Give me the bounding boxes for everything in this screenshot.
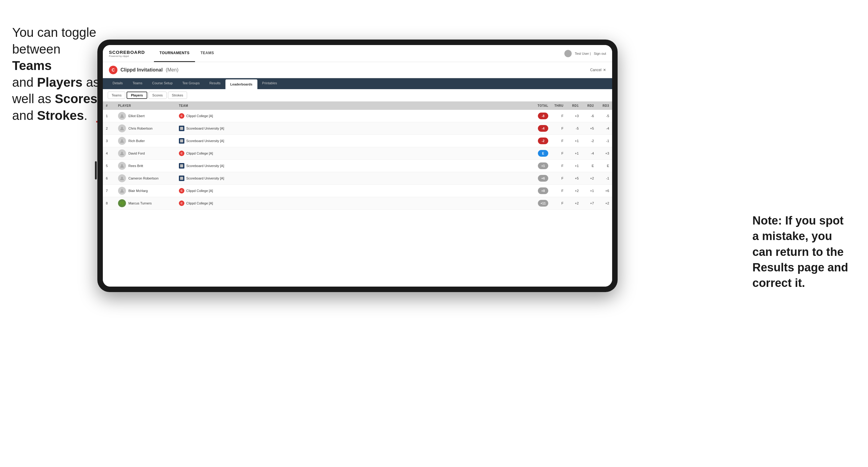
score-badge: E	[538, 150, 548, 157]
cell-rd3: +3	[597, 147, 612, 160]
nav-tournaments[interactable]: TOURNAMENTS	[154, 45, 195, 62]
tab-results[interactable]: Results	[205, 78, 225, 89]
left-annotation: You can toggle between Teams and Players…	[12, 24, 100, 124]
player-avatar	[118, 187, 126, 195]
cell-player: Blair McHarg	[115, 185, 176, 197]
score-badge: +6	[538, 175, 548, 182]
cell-thru: F	[551, 147, 566, 160]
tab-leaderboards[interactable]: Leaderboards	[225, 80, 257, 89]
cell-thru: F	[551, 110, 566, 122]
toggle-teams[interactable]: Teams	[108, 92, 125, 99]
cell-player: Rees Britt	[115, 160, 176, 172]
col-team: TEAM	[176, 102, 530, 110]
team-logo-clippd: C	[179, 151, 184, 156]
player-avatar	[118, 137, 126, 145]
logo-main-text: SCOREBOARD	[109, 50, 145, 55]
cell-rd3: -4	[597, 122, 612, 135]
cell-rd1: +3	[566, 110, 582, 122]
cell-team: C Clippd College [A]	[176, 197, 530, 210]
cell-rd2: +1	[582, 185, 597, 197]
app-logo: SCOREBOARD Powered by clippd	[109, 50, 145, 58]
cell-rd1: +1	[566, 160, 582, 172]
cell-total: -4	[530, 122, 551, 135]
cell-team: C Clippd College [A]	[176, 147, 530, 160]
cell-rank: 6	[103, 172, 115, 185]
sign-out-link[interactable]: Sign out	[594, 52, 606, 55]
cancel-button[interactable]: Cancel ✕	[590, 68, 606, 72]
cell-thru: F	[551, 185, 566, 197]
cell-team: Scoreboard University [A]	[176, 160, 530, 172]
players-table: # PLAYER TEAM TOTAL THRU RD1 RD2 RD3 1 E…	[103, 102, 612, 210]
table-header-row: # PLAYER TEAM TOTAL THRU RD1 RD2 RD3	[103, 102, 612, 110]
player-avatar	[118, 162, 126, 170]
score-badge: -2	[538, 137, 548, 144]
cell-rd2: +7	[582, 197, 597, 210]
cell-rd3: -1	[597, 135, 612, 147]
leaderboard-table: # PLAYER TEAM TOTAL THRU RD1 RD2 RD3 1 E…	[103, 102, 612, 287]
tab-printables[interactable]: Printables	[257, 78, 282, 89]
team-logo-scoreboard	[179, 138, 184, 144]
cell-rd3: +6	[597, 185, 612, 197]
cell-player: Elliot Ebert	[115, 110, 176, 122]
top-nav: SCOREBOARD Powered by clippd TOURNAMENTS…	[103, 45, 612, 62]
score-badge: -4	[538, 125, 548, 132]
tab-teams[interactable]: Teams	[128, 78, 147, 89]
player-avatar	[118, 124, 126, 132]
tournament-title: C Clippd Invitational (Men)	[109, 66, 178, 74]
cell-rank: 2	[103, 122, 115, 135]
cell-rd2: +2	[582, 172, 597, 185]
score-badge: +8	[538, 187, 548, 194]
toggle-players[interactable]: Players	[127, 92, 147, 99]
team-logo-scoreboard	[179, 163, 184, 168]
cell-rd1: +1	[566, 135, 582, 147]
cell-thru: F	[551, 197, 566, 210]
cell-rd3: -5	[597, 110, 612, 122]
logo-sub-text: Powered by clippd	[109, 55, 145, 58]
table-row: 5 Rees Britt Scoreboard University [A] +…	[103, 160, 612, 172]
player-avatar	[118, 112, 126, 120]
tab-course-setup[interactable]: Course Setup	[147, 78, 177, 89]
table-row: 6 Cameron Robertson Scoreboard Universit…	[103, 172, 612, 185]
cell-rd3: +2	[597, 197, 612, 210]
col-total: TOTAL	[530, 102, 551, 110]
toggle-strokes[interactable]: Strokes	[168, 92, 187, 99]
toggle-scores[interactable]: Scores	[149, 92, 167, 99]
col-player: PLAYER	[115, 102, 176, 110]
score-badge: -8	[538, 113, 548, 119]
nav-links: TOURNAMENTS TEAMS	[154, 45, 564, 62]
player-avatar	[118, 149, 126, 157]
cell-player: Chris Robertson	[115, 122, 176, 135]
team-logo-scoreboard	[179, 126, 184, 131]
right-annotation: Note: If you spot a mistake, you can ret…	[752, 213, 856, 291]
cell-thru: F	[551, 160, 566, 172]
user-name: Test User |	[575, 52, 591, 55]
tablet-screen: SCOREBOARD Powered by clippd TOURNAMENTS…	[103, 45, 612, 287]
tab-details[interactable]: Details	[108, 78, 128, 89]
cell-player: Rich Butler	[115, 135, 176, 147]
tab-tee-groups[interactable]: Tee Groups	[177, 78, 205, 89]
cell-total: -2	[530, 135, 551, 147]
cell-rd2: -4	[582, 147, 597, 160]
user-avatar	[564, 50, 572, 57]
table-row: 7 Blair McHarg C Clippd College [A] +8 F…	[103, 185, 612, 197]
score-badge: +11	[538, 200, 548, 207]
cell-team: C Clippd College [A]	[176, 185, 530, 197]
cell-rd2: E	[582, 160, 597, 172]
col-rd3: RD3	[597, 102, 612, 110]
cell-rank: 8	[103, 197, 115, 210]
sub-toggle-bar: Teams Players Scores Strokes	[103, 89, 612, 102]
cell-total: +11	[530, 197, 551, 210]
cell-rd1: +1	[566, 147, 582, 160]
player-avatar: 🌿	[118, 199, 126, 207]
score-badge: +1	[538, 162, 548, 169]
team-logo-clippd: C	[179, 188, 184, 193]
cell-rd2: -6	[582, 110, 597, 122]
table-row: 4 David Ford C Clippd College [A] E F +1…	[103, 147, 612, 160]
cell-rank: 1	[103, 110, 115, 122]
nav-teams[interactable]: TEAMS	[195, 45, 220, 62]
table-row: 3 Rich Butler Scoreboard University [A] …	[103, 135, 612, 147]
cell-player: Cameron Robertson	[115, 172, 176, 185]
team-logo-scoreboard	[179, 176, 184, 181]
col-rd1: RD1	[566, 102, 582, 110]
tablet-side-button	[95, 161, 97, 180]
